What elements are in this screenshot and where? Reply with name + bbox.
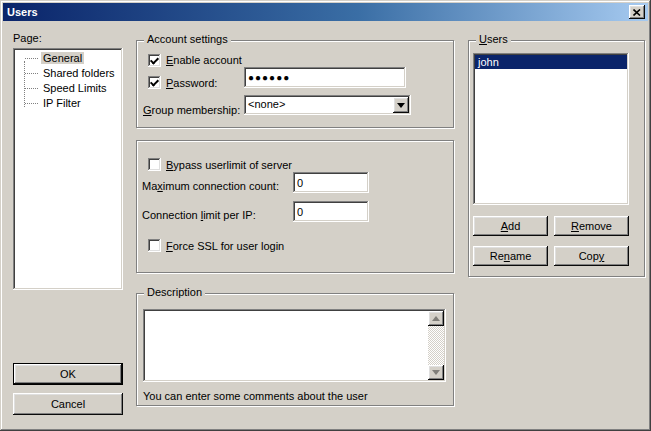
close-button[interactable] (629, 5, 645, 19)
page-item-label: Shared folders (41, 67, 117, 79)
limits-group: Bypass userlimit of server Maximum conne… (136, 140, 454, 273)
force-ssl-label: Force SSL for user login (166, 240, 284, 252)
users-legend: Users (476, 33, 511, 46)
arrow-down-icon (432, 370, 440, 379)
chevron-down-icon (397, 103, 405, 112)
dropdown-button[interactable] (393, 97, 409, 113)
page-item-label: IP Filter (41, 97, 83, 109)
password-label: Password: (166, 77, 217, 89)
copy-user-button[interactable]: Copy (554, 246, 629, 266)
cancel-button[interactable]: Cancel (13, 393, 123, 415)
max-connection-label: Maximum connection count: (142, 180, 279, 192)
enable-account-label: Enable account (166, 54, 242, 66)
bypass-userlimit-label: Bypass userlimit of server (166, 159, 292, 171)
description-textarea[interactable] (143, 309, 446, 382)
group-membership-value: <none> (248, 98, 285, 110)
rename-user-button[interactable]: Rename (473, 246, 548, 266)
page-item-label: General (41, 52, 84, 64)
users-group: Users john Add Remove Rename Copy (468, 40, 645, 277)
add-user-button[interactable]: Add (473, 216, 548, 236)
scroll-down-button[interactable] (428, 365, 444, 380)
description-legend: Description (144, 286, 205, 299)
group-membership-select[interactable]: <none> (244, 95, 411, 115)
description-group: Description You can enter some comments … (136, 293, 454, 406)
bypass-userlimit-checkbox[interactable] (148, 158, 161, 171)
ok-button[interactable]: OK (13, 363, 123, 385)
account-settings-legend: Account settings (144, 33, 231, 46)
page-item-shared-folders[interactable]: Shared folders (15, 66, 121, 81)
page-item-ip-filter[interactable]: IP Filter (15, 96, 121, 111)
remove-user-button[interactable]: Remove (554, 216, 629, 236)
password-checkbox[interactable] (148, 76, 161, 89)
page-item-general[interactable]: General (15, 51, 121, 66)
arrow-up-icon (432, 312, 440, 321)
users-list[interactable]: john (473, 53, 629, 205)
connection-limit-ip-input[interactable] (293, 201, 369, 222)
user-list-item-john[interactable]: john (475, 55, 627, 69)
description-hint: You can enter some comments about the us… (143, 390, 368, 402)
max-connection-input[interactable] (293, 172, 369, 193)
force-ssl-checkbox[interactable] (148, 239, 161, 252)
window-title: Users (7, 6, 38, 18)
page-item-speed-limits[interactable]: Speed Limits (15, 81, 121, 96)
page-list[interactable]: General Shared folders Speed Limits IP F… (13, 48, 123, 290)
users-dialog: Users Page: General Shared folders Speed… (0, 0, 651, 431)
close-icon (633, 9, 641, 16)
connection-limit-ip-label: Connection limit per IP: (142, 209, 256, 221)
page-item-label: Speed Limits (41, 82, 109, 94)
enable-account-checkbox[interactable] (148, 54, 161, 67)
description-scrollbar[interactable] (428, 311, 444, 380)
titlebar[interactable]: Users (3, 3, 648, 21)
page-label: Page: (13, 32, 42, 44)
account-settings-group: Account settings Enable account Password… (136, 40, 454, 128)
scroll-up-button[interactable] (428, 311, 444, 326)
group-membership-label: Group membership: (143, 104, 240, 116)
page-tree: General Shared folders Speed Limits IP F… (15, 51, 121, 111)
password-input[interactable] (244, 67, 406, 88)
